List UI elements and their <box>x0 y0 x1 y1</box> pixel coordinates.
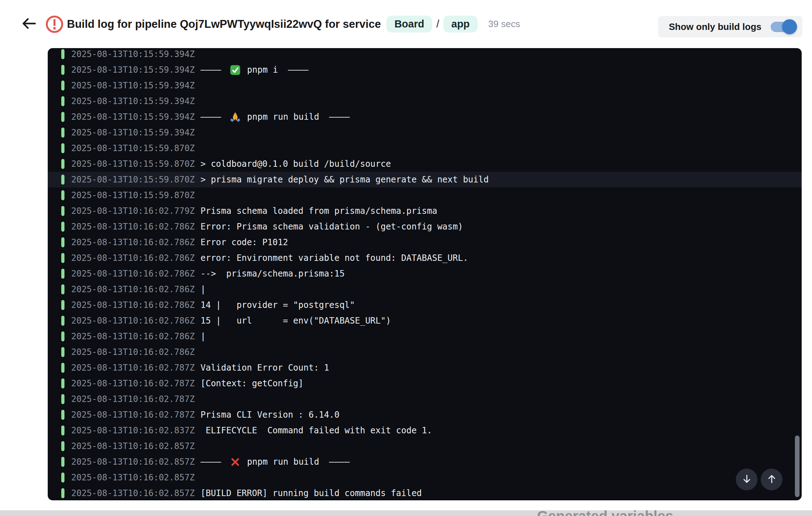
line-timestamp: 2025-08-13T10:16:02.787Z <box>71 394 195 404</box>
back-button[interactable] <box>20 15 38 33</box>
line-message: | <box>201 331 205 341</box>
line-marker <box>61 269 64 279</box>
log-line: 2025-08-13T10:15:59.394Z <box>48 48 802 62</box>
line-message: ———— pnpm run build———— <box>201 112 350 123</box>
line-marker <box>61 300 64 310</box>
log-line: 2025-08-13T10:16:02.787ZValidation Error… <box>48 360 802 376</box>
title-prefix: Build log for pipeline <box>67 18 180 31</box>
line-timestamp: 2025-08-13T10:16:02.857Z <box>71 473 195 483</box>
log-line: 2025-08-13T10:16:02.786Z14 | provider = … <box>48 297 802 313</box>
log-line: 2025-08-13T10:15:59.394Z———— pnpm run bu… <box>48 109 802 125</box>
line-marker <box>61 473 64 483</box>
title-suffix: for service <box>322 18 381 31</box>
separator-label: pnpm run build <box>247 112 319 122</box>
line-timestamp: 2025-08-13T10:15:59.870Z <box>71 143 195 153</box>
line-timestamp: 2025-08-13T10:16:02.857Z <box>71 441 195 451</box>
line-message: ELIFECYCLE Command failed with exit code… <box>201 425 432 435</box>
toggle-switch[interactable] <box>771 22 796 32</box>
show-only-build-logs-toggle[interactable]: Show only build logs <box>658 16 802 37</box>
scroll-to-top-button[interactable] <box>761 469 782 490</box>
line-message: ———— pnpm run build———— <box>201 456 350 468</box>
line-marker <box>61 128 64 138</box>
separator-label: pnpm i <box>247 65 278 75</box>
log-line: 2025-08-13T10:15:59.394Z———— pnpm i———— <box>48 62 802 78</box>
line-message: Validation Error Count: 1 <box>201 363 329 373</box>
line-timestamp: 2025-08-13T10:16:02.786Z <box>71 237 195 247</box>
line-marker <box>61 190 64 200</box>
line-marker <box>61 441 64 451</box>
log-line: 2025-08-13T10:15:59.870Z> prisma migrate… <box>48 172 802 187</box>
log-line: 2025-08-13T10:16:02.857Z———— pnpm run bu… <box>48 454 802 470</box>
log-line: 2025-08-13T10:16:02.786Z--> prisma/schem… <box>48 266 802 282</box>
toggle-label: Show only build logs <box>669 21 761 32</box>
log-line: 2025-08-13T10:16:02.786Z <box>48 344 802 360</box>
dimmed-background-band <box>0 510 812 516</box>
line-message: Error code: P1012 <box>201 237 288 247</box>
line-message: Prisma schema loaded from prisma/schema.… <box>201 206 437 216</box>
line-marker <box>61 96 64 106</box>
line-timestamp: 2025-08-13T10:16:02.779Z <box>71 206 195 216</box>
log-line: 2025-08-13T10:16:02.786Z| <box>48 329 802 344</box>
line-message: --> prisma/schema.prisma:15 <box>201 269 345 279</box>
scrollbar-thumb[interactable] <box>795 435 800 497</box>
line-marker <box>61 253 64 263</box>
pray-icon <box>230 112 241 123</box>
line-message: [Context: getConfig] <box>201 378 303 388</box>
service-separator: / <box>436 18 439 30</box>
line-marker <box>61 237 64 247</box>
line-timestamp: 2025-08-13T10:15:59.870Z <box>71 159 195 169</box>
line-timestamp: 2025-08-13T10:16:02.786Z <box>71 253 195 263</box>
line-timestamp: 2025-08-13T10:15:59.394Z <box>71 65 195 75</box>
line-timestamp: 2025-08-13T10:16:02.787Z <box>71 378 195 388</box>
scroll-to-bottom-button[interactable] <box>736 469 758 490</box>
line-timestamp: 2025-08-13T10:15:59.394Z <box>71 81 195 91</box>
log-line: 2025-08-13T10:15:59.870Z <box>48 140 802 156</box>
line-timestamp: 2025-08-13T10:15:59.870Z <box>71 190 195 200</box>
log-line: 2025-08-13T10:16:02.779ZPrisma schema lo… <box>48 203 802 219</box>
line-marker <box>61 159 64 169</box>
line-timestamp: 2025-08-13T10:15:59.394Z <box>71 96 195 106</box>
line-marker <box>61 488 64 498</box>
line-timestamp: 2025-08-13T10:16:02.786Z <box>71 284 195 294</box>
cross-icon <box>230 456 241 468</box>
log-line: 2025-08-13T10:15:59.394Z <box>48 125 802 140</box>
line-message: 15 | url = env("DATABASE_URL") <box>201 316 391 326</box>
line-marker <box>61 222 64 232</box>
line-marker <box>61 316 64 326</box>
line-timestamp: 2025-08-13T10:15:59.394Z <box>71 49 195 59</box>
line-timestamp: 2025-08-13T10:16:02.786Z <box>71 316 195 326</box>
line-marker <box>61 175 64 185</box>
build-duration: 39 secs <box>488 19 520 30</box>
line-marker <box>61 81 64 91</box>
pipeline-id: Qoj7LwPWTyywqIsii22wvQ <box>180 18 322 31</box>
log-line: 2025-08-13T10:16:02.857Z <box>48 438 802 454</box>
line-timestamp: 2025-08-13T10:16:02.857Z <box>71 457 195 467</box>
log-line: 2025-08-13T10:16:02.857Z <box>48 470 802 485</box>
line-message: error: Environment variable not found: D… <box>201 253 468 263</box>
generated-variables-heading: Generated variables <box>537 508 673 516</box>
log-line: 2025-08-13T10:15:59.394Z <box>48 78 802 93</box>
log-line: 2025-08-13T10:16:02.786Z| <box>48 282 802 297</box>
service-name-badge: app <box>443 16 478 32</box>
line-timestamp: 2025-08-13T10:16:02.786Z <box>71 331 195 341</box>
log-line: 2025-08-13T10:15:59.870Z <box>48 187 802 203</box>
separator-label: pnpm run build <box>247 457 319 467</box>
line-timestamp: 2025-08-13T10:16:02.787Z <box>71 410 195 420</box>
line-message: > coldboard@0.1.0 build /build/source <box>201 159 391 169</box>
back-arrow-icon <box>20 15 37 33</box>
line-timestamp: 2025-08-13T10:16:02.786Z <box>71 269 195 279</box>
line-message: Prisma CLI Version : 6.14.0 <box>201 410 339 420</box>
line-marker <box>61 284 64 294</box>
page-title: Build log for pipeline Qoj7LwPWTyywqIsii… <box>67 18 381 31</box>
log-line: 2025-08-13T10:16:02.786Zerror: Environme… <box>48 250 802 266</box>
alert-circle-icon <box>45 15 64 34</box>
check-icon <box>230 64 241 76</box>
line-marker <box>61 363 64 373</box>
log-line: 2025-08-13T10:15:59.394Z <box>48 93 802 109</box>
header: Build log for pipeline Qoj7LwPWTyywqIsii… <box>0 0 812 48</box>
line-timestamp: 2025-08-13T10:16:02.786Z <box>71 300 195 310</box>
line-marker <box>61 347 64 357</box>
line-timestamp: 2025-08-13T10:16:02.786Z <box>71 347 195 357</box>
line-marker <box>61 378 64 388</box>
line-marker <box>61 410 64 420</box>
